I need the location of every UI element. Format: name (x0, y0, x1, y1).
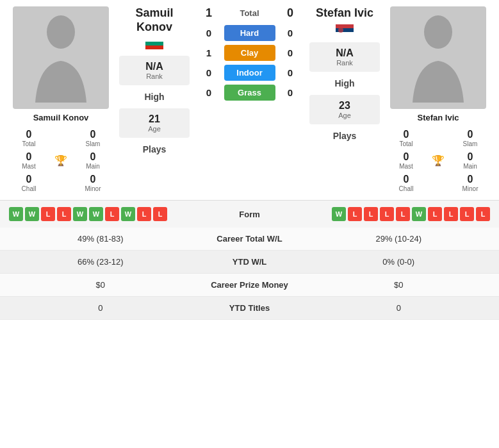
player1-form-badge: L (41, 207, 55, 221)
form-label: Form (231, 210, 269, 219)
player2-total-cell2: 0 Total (387, 128, 425, 149)
player2-form-badge: L (428, 207, 442, 221)
player2-form-badge: L (364, 207, 378, 221)
player2-form-badge: L (380, 207, 394, 221)
svg-rect-4 (336, 24, 354, 28)
player2-ytd-titles: 0 (307, 303, 491, 313)
player2-form-badge: L (476, 207, 490, 221)
grass-row: 0 Grass 0 (196, 85, 303, 101)
clay-badge: Clay (224, 45, 275, 61)
form-section: WWLLWWLWLL Form WLLLLWLLLL (0, 200, 499, 228)
svg-point-7 (338, 28, 343, 33)
indoor-row: 0 Indoor 0 (196, 65, 303, 81)
players-section: Samuil Konov 0 Total 0 Slam 0 Mast 🏆 0 M… (0, 0, 499, 200)
player1-trophy-icon: 🏆 (54, 154, 67, 167)
player1-slam-cell2: 0 Slam (74, 128, 112, 149)
player2-form-badge: W (412, 207, 426, 221)
player1-main-cell2: 0 Main (74, 150, 112, 171)
player2-prize: $0 (307, 280, 491, 290)
player2-ytd-wl: 0% (0-0) (307, 257, 491, 267)
player2-rank-label: Rank (312, 59, 377, 67)
career-wl-label: Career Total W/L (192, 234, 307, 244)
player2-info-panel: Stefan Ivic N/A Rank High 23 Age Plays (309, 6, 380, 194)
player2-age-label: Age (312, 112, 377, 119)
player2-form-badge: L (460, 207, 474, 221)
court-stats-panel: 1 Total 0 0 Hard 0 1 Clay 0 0 Indoor 0 (193, 6, 306, 194)
indoor-left: 0 (202, 67, 215, 78)
player1-name: Samuil Konov (33, 113, 89, 122)
player1-card: Samuil Konov 0 Total 0 Slam 0 Mast 🏆 0 M… (6, 6, 115, 194)
player1-form-badge: L (153, 207, 167, 221)
player1-form-badge: L (57, 207, 71, 221)
svg-rect-3 (145, 46, 163, 49)
player2-chall-cell2: 0 Chall (387, 172, 425, 194)
player2-card: Stefan Ivic 0 Total 0 Slam 0 Mast 🏆 0 Ma… (384, 6, 493, 194)
total-label: Total (240, 8, 259, 18)
player1-age-label: Age (122, 125, 187, 133)
player1-ytd-wl: 66% (23-12) (9, 257, 192, 267)
player2-trophy-icon: 🏆 (432, 154, 445, 167)
player1-photo (13, 6, 109, 109)
player2-stats: 0 Total 0 Slam 0 Mast 🏆 0 Main 0 Chall 0… (384, 128, 493, 194)
player2-form-badge: L (348, 207, 362, 221)
ytd-titles-label: YTD Titles (192, 303, 307, 313)
player1-minor-cell2: 0 Minor (74, 172, 112, 194)
hard-right: 0 (284, 28, 297, 38)
player1-form-badge: L (137, 207, 151, 221)
player1-rank-box: N/A Rank (119, 56, 190, 85)
player2-age-value: 23 (312, 100, 377, 112)
total-row: 1 Total 0 (196, 6, 303, 20)
main-container: Samuil Konov 0 Total 0 Slam 0 Mast 🏆 0 M… (0, 0, 499, 320)
player1-age-box: 21 Age (119, 108, 190, 138)
indoor-badge: Indoor (224, 65, 275, 81)
player1-mast-cell2: 0 Mast (10, 150, 48, 171)
grass-right: 0 (284, 87, 297, 98)
player2-age-box: 23 Age (309, 95, 380, 124)
grass-badge: Grass (224, 85, 275, 101)
career-wl-row: 49% (81-83) Career Total W/L 29% (10-24) (0, 228, 499, 251)
player2-mast-cell2: 0 Mast (387, 150, 425, 171)
clay-left: 1 (202, 47, 215, 58)
grass-left: 0 (202, 87, 215, 98)
player1-form-badge: W (25, 207, 39, 221)
player2-plays-text: Plays (333, 127, 357, 145)
clay-right: 0 (284, 47, 297, 58)
player1-form-badge: W (121, 207, 135, 221)
player1-ytd-titles: 0 (9, 303, 192, 313)
player1-rank-label: Rank (122, 72, 187, 80)
player1-form-badge: W (9, 207, 23, 221)
hard-badge: Hard (224, 25, 275, 41)
svg-rect-6 (336, 32, 354, 36)
svg-point-0 (47, 15, 75, 49)
player1-info-panel: Samuil Konov N/A Rank High 21 Age Plays (119, 6, 190, 194)
prize-row: $0 Career Prize Money $0 (0, 274, 499, 297)
player2-form-badge: L (444, 207, 458, 221)
svg-rect-2 (145, 42, 163, 46)
player2-photo (390, 6, 486, 109)
player1-plays-text: Plays (143, 140, 167, 158)
player1-form-badge: W (89, 207, 103, 221)
player2-rank-value: N/A (312, 47, 377, 59)
player1-rank-value: N/A (122, 61, 187, 72)
stats-table: 49% (81-83) Career Total W/L 29% (10-24)… (0, 228, 499, 320)
hard-left: 0 (202, 28, 215, 38)
indoor-right: 0 (284, 67, 297, 78)
total-left: 1 (202, 6, 215, 20)
prize-label: Career Prize Money (192, 280, 307, 290)
player1-flag-icon (145, 38, 163, 49)
player1-high-text: High (144, 88, 164, 106)
player1-age-value: 21 (122, 113, 187, 125)
player2-high-text: High (334, 74, 354, 92)
player2-form-badge: L (396, 207, 410, 221)
player1-name-top: Samuil Konov (135, 6, 173, 34)
player2-main-cell2: 0 Main (451, 150, 489, 171)
player1-form-badges: WWLLWWLWLL (9, 207, 225, 221)
player1-chall-cell2: 0 Chall (10, 172, 48, 194)
ytd-wl-label: YTD W/L (192, 257, 307, 267)
svg-point-8 (424, 15, 452, 49)
ytd-titles-row: 0 YTD Titles 0 (0, 297, 499, 320)
ytd-wl-row: 66% (23-12) YTD W/L 0% (0-0) (0, 251, 499, 274)
svg-rect-1 (145, 38, 163, 42)
player1-prize: $0 (9, 280, 192, 290)
player2-rank-box: N/A Rank (309, 42, 380, 72)
